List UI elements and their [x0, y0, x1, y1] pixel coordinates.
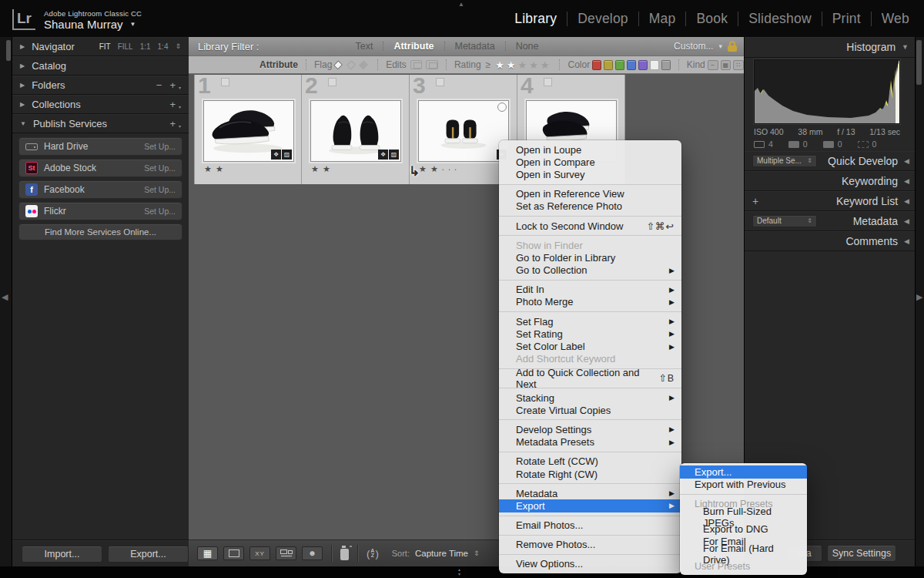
filter-tab-attribute[interactable]: Attribute — [383, 41, 444, 52]
menu-item-open-in-reference-view[interactable]: Open in Reference View — [499, 188, 681, 200]
comments-header[interactable]: Comments ◀ — [745, 231, 916, 251]
menu-item-open-in-survey[interactable]: Open in Survey — [499, 168, 681, 180]
quick-develop-header[interactable]: Multiple Se... ⇕ Quick Develop ◀ — [745, 151, 916, 171]
menu-item-email-photos[interactable]: Email Photos... — [499, 519, 681, 532]
find-more-services-button[interactable]: Find More Services Online... — [18, 223, 182, 240]
catalog-header[interactable]: ▶ Catalog — [12, 56, 189, 76]
painter-spray-can-icon[interactable] — [340, 549, 349, 560]
menu-item-go-to-folder-in-library[interactable]: Go to Folder in Library — [499, 251, 681, 264]
add-folder-button[interactable]: + — [169, 79, 176, 91]
submenu-item-burn-full-sized-jpegs[interactable]: Burn Full-Sized JPEGs — [680, 511, 807, 523]
menu-item-set-flag[interactable]: Set Flag ▶ — [499, 315, 681, 328]
publish-service-hard-drive[interactable]: Hard Drive Set Up... — [18, 137, 182, 156]
metadata-header[interactable]: Default ⇕ Metadata ◀ — [745, 211, 916, 231]
filter-preset-dropdown[interactable]: Custom... — [674, 41, 713, 52]
module-map[interactable]: Map — [639, 11, 686, 27]
module-slideshow[interactable]: Slideshow — [738, 11, 822, 27]
color-swatch-green[interactable] — [615, 60, 624, 70]
metadata-collapse-arrow-icon[interactable]: ◀ — [904, 217, 909, 225]
photo-thumbnail[interactable]: ❖ ▨ — [203, 100, 294, 162]
metadata-preset-dropdown[interactable]: Default ⇕ — [752, 215, 817, 227]
add-keyword-button[interactable]: + — [752, 195, 758, 207]
menu-item-remove-photos[interactable]: Remove Photos... — [499, 539, 681, 551]
identity-plate[interactable]: Shauna Murray ▼ — [44, 18, 136, 31]
rating-stars-empty[interactable]: ★★★ — [518, 59, 552, 71]
photo-cell-1[interactable]: 1 ❖ ▨ ★ ★ — [194, 75, 302, 184]
selection-circle-icon[interactable] — [497, 102, 507, 112]
menu-item-metadata-presets[interactable]: Metadata Presets ▶ — [499, 436, 681, 449]
keyword-badge-icon[interactable]: ❖ — [378, 150, 388, 160]
photo-thumbnail[interactable]: ❖ ▨ — [310, 100, 401, 162]
sort-stepper-icon[interactable]: ⇕ — [474, 549, 480, 557]
color-swatch-purple[interactable] — [638, 60, 648, 70]
zoom-fit[interactable]: FIT — [99, 42, 111, 51]
hide-bottom-panel-arrow-icon[interactable]: ▴▾ — [458, 567, 460, 576]
module-library[interactable]: Library — [504, 11, 567, 27]
service-setup-link[interactable]: Set Up... — [144, 142, 176, 151]
filter-tab-none[interactable]: None — [506, 41, 549, 52]
zoom-fill[interactable]: FILL — [118, 42, 133, 51]
keyword-list-collapse-arrow-icon[interactable]: ◀ — [904, 197, 909, 205]
publish-service-flickr[interactable]: Flickr Set Up... — [18, 202, 182, 220]
color-swatch-red[interactable] — [592, 60, 601, 70]
zoom-1-4[interactable]: 1:4 — [158, 42, 169, 51]
flag-placeholder-icon[interactable] — [544, 78, 552, 86]
submenu-item-export-with-previous[interactable]: Export with Previous — [680, 479, 807, 492]
submenu-item-export[interactable]: Export... — [680, 465, 807, 479]
sort-direction-icon[interactable]: (AZ) — [367, 548, 379, 560]
flag-picked-icon[interactable] — [333, 60, 343, 69]
zoom-1-1[interactable]: 1:1 — [140, 42, 151, 51]
collapse-left-panel-arrow-icon[interactable]: ◀ — [2, 292, 8, 302]
import-button[interactable]: Import... — [22, 546, 102, 563]
color-swatch-blue[interactable] — [627, 60, 636, 70]
menu-item-create-virtual-copies[interactable]: Create Virtual Copies — [499, 404, 681, 416]
filter-tab-text[interactable]: Text — [345, 41, 383, 52]
sort-criteria-dropdown[interactable]: Capture Time — [415, 549, 468, 558]
collections-header[interactable]: ▶ Collections + ▾ — [12, 95, 189, 114]
navigator-header[interactable]: ▶ Navigator FIT FILL 1:1 1:4 ⇕ — [12, 37, 189, 56]
crop-badge-icon[interactable]: ▨ — [282, 150, 292, 160]
menu-item-set-as-reference-photo[interactable]: Set as Reference Photo — [499, 200, 681, 213]
photo-thumbnail[interactable]: ❖ — [418, 100, 509, 162]
remove-folder-button[interactable]: − — [156, 79, 162, 91]
cell-star-rating[interactable]: ★ ★ — [204, 164, 224, 174]
menu-item-metadata[interactable]: Metadata ▶ — [499, 487, 681, 499]
keyword-list-header[interactable]: + Keyword List ◀ — [745, 191, 916, 211]
quick-develop-collapse-arrow-icon[interactable]: ◀ — [904, 157, 909, 165]
comments-collapse-arrow-icon[interactable]: ◀ — [904, 237, 909, 245]
color-swatch-yellow[interactable] — [604, 60, 613, 70]
photo-cell-2[interactable]: 2 ❖ ▨ ★ ★ — [302, 75, 410, 184]
hide-top-panel-arrow-icon[interactable]: ▲ — [458, 1, 464, 8]
service-setup-link[interactable]: Set Up... — [144, 163, 176, 173]
keywording-header[interactable]: Keywording ◀ — [745, 171, 916, 191]
kind-virtual-copy-icon[interactable]: ▦ — [721, 60, 732, 70]
menu-item-edit-in[interactable]: Edit In ▶ — [499, 284, 681, 296]
menu-item-open-in-loupe[interactable]: Open in Loupe — [499, 143, 681, 156]
add-publish-service-button[interactable]: + — [169, 118, 176, 129]
grid-view-button[interactable]: ▦ — [197, 546, 218, 560]
publish-services-header[interactable]: ▼ Publish Services + ▾ — [12, 114, 189, 133]
service-setup-link[interactable]: Set Up... — [144, 207, 176, 216]
flag-placeholder-icon[interactable] — [328, 78, 336, 86]
folders-header[interactable]: ▶ Folders − + ▾ — [12, 76, 189, 95]
filter-lock-icon[interactable] — [728, 41, 737, 52]
color-swatch-none[interactable] — [650, 60, 659, 70]
flag-placeholder-icon[interactable] — [221, 78, 229, 86]
menu-item-stacking[interactable]: Stacking ▶ — [499, 391, 681, 404]
keywording-collapse-arrow-icon[interactable]: ◀ — [904, 177, 909, 185]
collapse-right-panel-arrow-icon[interactable]: ▶ — [916, 292, 922, 302]
zoom-stepper-icon[interactable]: ⇕ — [175, 42, 181, 50]
crop-badge-icon[interactable]: ▨ — [389, 150, 399, 160]
export-button[interactable]: Export... — [108, 546, 189, 563]
cell-star-rating[interactable]: ★ ★ — [311, 164, 331, 174]
loupe-view-button[interactable] — [223, 546, 244, 560]
add-collection-button[interactable]: + — [169, 99, 176, 110]
menu-item-export[interactable]: Export ▶ — [499, 499, 681, 512]
menu-item-set-rating[interactable]: Set Rating ▶ — [499, 328, 681, 340]
survey-view-button[interactable] — [276, 546, 296, 560]
color-swatch-custom[interactable] — [661, 60, 671, 70]
rating-operator[interactable]: ≥ — [486, 59, 491, 70]
service-setup-link[interactable]: Set Up... — [144, 185, 176, 194]
module-print[interactable]: Print — [822, 11, 871, 27]
menu-item-view-options[interactable]: View Options... — [499, 558, 681, 570]
